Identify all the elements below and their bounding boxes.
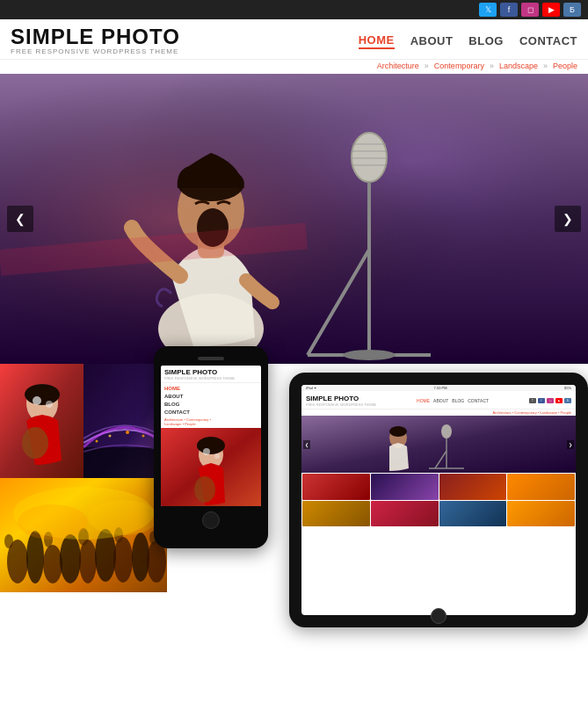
phone-home-button[interactable] [202, 511, 220, 529]
breadcrumb-contemporary[interactable]: Contemporary [434, 62, 484, 70]
tablet-home-button[interactable] [431, 608, 446, 624]
tablet-nav: HOME ABOUT BLOG CONTACT [417, 398, 489, 403]
svg-point-18 [343, 350, 396, 360]
tablet-thumb-7[interactable] [439, 501, 507, 526]
phone-logo-subtitle: FREE RESPONSIVE WORDPRESS THEME [164, 376, 258, 380]
tablet-thumb-8[interactable] [507, 501, 575, 526]
svg-point-36 [26, 531, 44, 583]
svg-point-61 [441, 424, 452, 438]
svg-point-37 [43, 545, 62, 583]
phone-header: SIMPLE PHOTO FREE RESPONSIVE WORDPRESS T… [161, 366, 261, 383]
phone-breadcrumb: Architecture • Contemporary • Landscape … [161, 417, 261, 428]
breadcrumb-sep-2: » [490, 62, 494, 70]
tablet-nav-blog[interactable]: BLOG [452, 398, 464, 403]
facebook-icon[interactable]: f [500, 3, 518, 17]
tablet-time: 7:59 PM [434, 386, 447, 390]
svg-point-31 [126, 431, 129, 434]
tablet-social: T f ◻ ▶ Б [529, 398, 571, 403]
svg-point-56 [203, 448, 210, 455]
svg-point-44 [4, 534, 13, 548]
phone-nav-home[interactable]: HOME [164, 385, 258, 392]
tablet-thumb-6[interactable] [371, 501, 439, 526]
svg-point-38 [60, 534, 81, 583]
nav-item-contact[interactable]: CONTACT [519, 34, 577, 47]
phone-logo-title: SIMPLE PHOTO [164, 368, 258, 376]
tablet-thumb-1[interactable] [302, 474, 370, 500]
tablet-slider-arrow-left[interactable]: ❮ [303, 440, 310, 449]
instagram-icon[interactable]: ◻ [521, 3, 539, 17]
phone-speaker [198, 357, 224, 360]
tablet-slider: ❮ ❯ [301, 416, 576, 473]
tablet-logo-subtitle: FREE RESPONSIVE WORDPRESS THEME [306, 402, 376, 407]
slider-arrow-right[interactable]: ❯ [555, 206, 581, 232]
svg-point-51 [88, 500, 158, 535]
svg-point-24 [33, 396, 41, 405]
nav-item-home[interactable]: HOME [359, 33, 395, 49]
nav-item-about[interactable]: ABOUT [410, 34, 454, 47]
header: SIMPLE PHOTO FREE RESPONSIVE WORDPRESS T… [0, 19, 588, 60]
tablet-logo: SIMPLE PHOTO FREE RESPONSIVE WORDPRESS T… [306, 395, 376, 407]
tablet-breadcrumb: Architecture • Contemporary • Landscape … [301, 409, 576, 416]
tablet-instagram-icon[interactable]: ◻ [547, 398, 554, 403]
youtube-icon[interactable]: ▶ [542, 3, 560, 17]
svg-point-41 [113, 537, 133, 583]
tablet-thumb-2[interactable] [371, 474, 439, 500]
tablet-battery: 85% [564, 386, 571, 390]
phone-nav-about[interactable]: ABOUT [164, 393, 258, 400]
nav-item-blog[interactable]: BLOG [468, 34, 504, 47]
breadcrumb: Architecture » Contemporary » Landscape … [0, 60, 588, 74]
breadcrumb-architecture[interactable]: Architecture [377, 62, 419, 70]
breadcrumb-landscape[interactable]: Landscape [499, 62, 538, 70]
phone-nav-contact[interactable]: CONTACT [164, 409, 258, 416]
svg-point-29 [96, 440, 98, 443]
svg-point-39 [79, 540, 97, 583]
social-bar: 𝕏 f ◻ ▶ Б [0, 0, 588, 19]
svg-rect-2 [0, 74, 588, 364]
tablet-facebook-icon[interactable]: f [538, 398, 545, 403]
tablet-slider-arrow-right[interactable]: ❯ [567, 440, 574, 449]
thumb-woman[interactable] [0, 364, 83, 478]
tablet-device-name: iPad ✦ [306, 386, 316, 390]
svg-point-54 [197, 437, 225, 454]
tablet-nav-about[interactable]: ABOUT [433, 398, 448, 403]
phone-nav-blog[interactable]: BLOG [164, 401, 258, 408]
svg-point-50 [18, 504, 88, 540]
thumb-crowd[interactable] [0, 478, 167, 592]
tablet-thumb-5[interactable] [302, 501, 370, 526]
svg-point-30 [109, 435, 112, 438]
breadcrumb-people[interactable]: People [553, 62, 577, 70]
logo-title: SIMPLE PHOTO [11, 26, 180, 47]
logo-subtitle: FREE RESPONSIVE WORDPRESS THEME [11, 47, 180, 55]
tablet-twitter-icon[interactable]: T [529, 398, 536, 403]
tablet-youtube-icon[interactable]: ▶ [555, 398, 563, 403]
left-thumbnails [0, 364, 167, 645]
tablet-nav-home[interactable]: HOME [417, 398, 430, 403]
phone-screen: SIMPLE PHOTO FREE RESPONSIVE WORDPRESS T… [161, 366, 261, 506]
tablet-thumb-3[interactable] [439, 474, 507, 500]
svg-point-57 [214, 453, 220, 459]
svg-point-60 [389, 426, 407, 437]
phone-nav: HOME ABOUT BLOG CONTACT [161, 383, 261, 417]
tablet-thumb-4[interactable] [507, 474, 575, 500]
devices-section: SIMPLE PHOTO FREE RESPONSIVE WORDPRESS T… [0, 364, 588, 645]
svg-point-25 [46, 401, 53, 408]
vk-icon[interactable]: Б [563, 3, 581, 17]
slider-arrow-left[interactable]: ❮ [7, 206, 33, 232]
breadcrumb-sep-1: » [425, 62, 429, 70]
tablet-thumbs-row1 [301, 473, 576, 501]
tablet-nav-contact[interactable]: CONTACT [468, 398, 489, 403]
tablet-vk-icon[interactable]: Б [564, 398, 571, 403]
main-slider: ❮ ❯ [0, 74, 588, 364]
tablet-screen: iPad ✦ 7:59 PM 85% SIMPLE PHOTO FREE RES… [301, 385, 576, 615]
tablet-status-bar: iPad ✦ 7:59 PM 85% [301, 385, 576, 391]
twitter-icon[interactable]: 𝕏 [479, 3, 497, 17]
svg-point-23 [22, 427, 48, 459]
phone-device: SIMPLE PHOTO FREE RESPONSIVE WORDPRESS T… [154, 346, 268, 548]
phone-main-image [161, 428, 261, 506]
svg-point-42 [132, 532, 149, 582]
svg-point-55 [194, 476, 215, 503]
tablet-thumbs-row2 [301, 501, 576, 527]
logo-area: SIMPLE PHOTO FREE RESPONSIVE WORDPRESS T… [11, 26, 180, 55]
svg-rect-58 [301, 416, 576, 473]
svg-point-22 [25, 384, 60, 405]
